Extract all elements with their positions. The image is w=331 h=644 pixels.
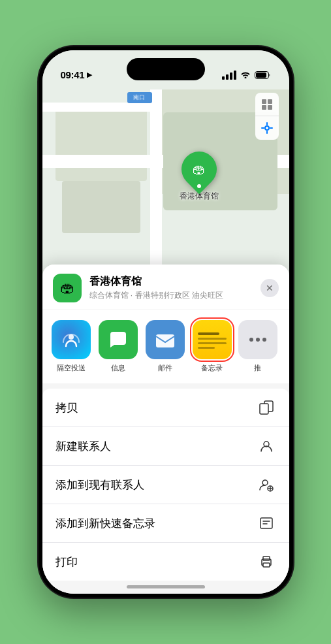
print-icon	[257, 552, 276, 572]
dot-3	[262, 338, 266, 342]
svg-rect-24	[263, 556, 270, 560]
notes-label: 备忘录	[201, 363, 223, 373]
action-new-contact[interactable]: 新建联系人	[42, 427, 289, 466]
add-note-icon	[257, 513, 276, 533]
action-copy[interactable]: 拷贝	[42, 389, 289, 427]
place-name: 香港体育馆	[89, 275, 253, 289]
dot-1	[249, 338, 253, 342]
messages-label: 信息	[111, 363, 125, 373]
new-contact-icon	[257, 436, 276, 456]
map-type-button[interactable]	[255, 93, 279, 116]
svg-rect-20	[260, 518, 272, 528]
south-entrance-label: 南口	[127, 92, 152, 103]
phone-screen: 09:41 ▶	[42, 50, 289, 594]
svg-point-16	[262, 480, 268, 485]
map-block-1	[55, 103, 147, 181]
share-more-button[interactable]: 推	[238, 320, 277, 373]
action-list: 拷贝 新建联系人	[42, 389, 289, 581]
action-add-note[interactable]: 添加到新快速备忘录	[42, 504, 289, 543]
close-button[interactable]: ✕	[260, 279, 279, 297]
share-app-airdrop[interactable]: 隔空投送	[50, 320, 92, 373]
airdrop-label: 隔空投送	[57, 363, 86, 373]
home-indicator	[127, 585, 205, 588]
airdrop-icon	[52, 320, 91, 359]
mail-label: 邮件	[158, 363, 172, 373]
add-to-contact-icon	[257, 475, 276, 494]
share-app-notes[interactable]: 备忘录	[191, 320, 233, 373]
notes-line-4	[198, 347, 215, 349]
notes-line-1	[198, 332, 219, 335]
bottom-sheet: 🏟 香港体育馆 综合体育馆 · 香港特别行政区 油尖旺区 ✕	[42, 265, 289, 594]
action-print[interactable]: 打印	[42, 543, 289, 581]
marker-dot	[197, 184, 201, 188]
wifi-icon	[240, 70, 251, 80]
more-dots-circle	[238, 320, 277, 359]
map-block-3	[62, 181, 140, 233]
location-button[interactable]	[255, 116, 279, 140]
svg-rect-4	[262, 105, 266, 110]
svg-rect-25	[263, 563, 270, 567]
signal-bars	[222, 71, 236, 80]
notes-line-3	[198, 342, 227, 344]
status-icons	[222, 70, 271, 80]
mail-icon	[146, 320, 185, 359]
svg-rect-12	[156, 334, 174, 347]
signal-bar-4	[234, 71, 236, 80]
stadium-marker[interactable]: 🏟 香港体育馆	[180, 152, 219, 202]
action-add-to-contact[interactable]: 添加到现有联系人	[42, 466, 289, 504]
signal-bar-3	[230, 72, 232, 80]
share-app-mail[interactable]: 邮件	[144, 320, 186, 373]
place-emoji: 🏟	[60, 280, 74, 297]
place-subtitle: 综合体育馆 · 香港特别行政区 油尖旺区	[89, 290, 253, 301]
new-contact-label: 新建联系人	[55, 439, 111, 454]
map-controls	[255, 93, 279, 140]
copy-label: 拷贝	[55, 400, 78, 415]
add-to-contact-label: 添加到现有联系人	[55, 477, 144, 492]
svg-rect-1	[256, 72, 266, 78]
battery-icon	[255, 71, 271, 79]
place-icon: 🏟	[53, 274, 82, 302]
dynamic-island	[127, 58, 205, 80]
marker-stadium-icon: 🏟	[193, 162, 206, 177]
place-info: 香港体育馆 综合体育馆 · 香港特别行政区 油尖旺区	[89, 275, 253, 301]
share-apps-row: 隔空投送 信息	[42, 310, 289, 383]
notes-line-2	[198, 338, 227, 340]
messages-icon	[99, 320, 138, 359]
location-icon: ▶	[87, 71, 92, 79]
svg-rect-2	[262, 99, 266, 104]
notes-icon	[193, 320, 232, 359]
svg-point-6	[265, 126, 269, 130]
print-label: 打印	[55, 555, 78, 570]
svg-rect-3	[268, 99, 272, 104]
more-label: 推	[254, 363, 261, 373]
svg-rect-5	[268, 105, 272, 110]
dot-2	[256, 338, 260, 342]
status-time: 09:41	[61, 69, 85, 80]
signal-bar-2	[226, 74, 229, 80]
svg-rect-14	[260, 404, 268, 414]
copy-icon	[257, 398, 276, 417]
phone-frame: 09:41 ▶	[39, 46, 293, 598]
signal-bar-1	[222, 76, 225, 80]
place-header: 🏟 香港体育馆 综合体育馆 · 香港特别行政区 油尖旺区 ✕	[42, 265, 289, 309]
add-note-label: 添加到新快速备忘录	[55, 516, 155, 531]
share-app-messages[interactable]: 信息	[97, 320, 139, 373]
